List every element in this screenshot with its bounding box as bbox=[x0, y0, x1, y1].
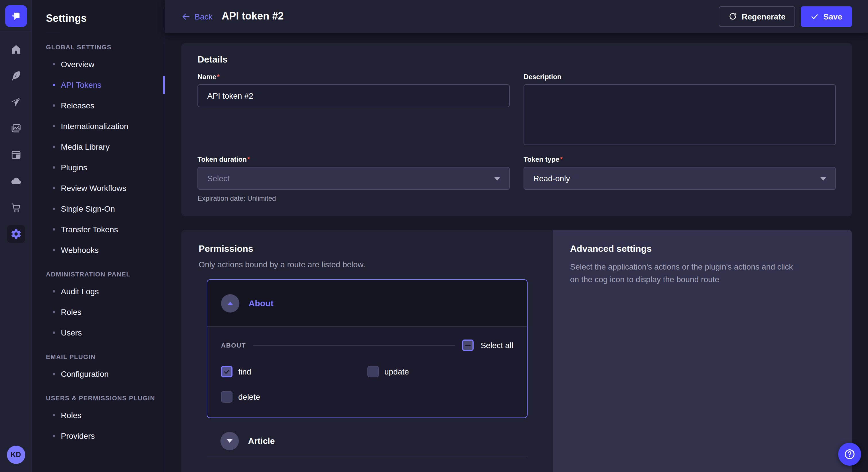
refresh-icon bbox=[728, 12, 737, 21]
paper-plane-icon bbox=[10, 96, 22, 108]
sidebar-item-internationalization[interactable]: Internationalization bbox=[32, 116, 165, 136]
description-label: Description bbox=[524, 73, 836, 81]
permissions-title: Permissions bbox=[198, 244, 536, 254]
feather-icon bbox=[10, 70, 22, 81]
find-checkbox[interactable] bbox=[221, 366, 232, 377]
update-checkbox[interactable] bbox=[367, 366, 379, 377]
content-type-builder-nav-button[interactable] bbox=[7, 146, 25, 164]
bullet-icon bbox=[53, 311, 55, 313]
name-field-group: Name* bbox=[197, 73, 510, 145]
expand-toggle-button[interactable] bbox=[220, 432, 239, 450]
about-accordion-title: About bbox=[249, 298, 274, 308]
token-type-field-group: Token type* Read-only bbox=[524, 156, 836, 202]
gear-icon bbox=[10, 228, 22, 240]
settings-nav-button[interactable] bbox=[7, 225, 25, 243]
bullet-icon bbox=[53, 290, 55, 293]
strapi-logo-icon bbox=[9, 9, 22, 22]
bullet-icon bbox=[53, 166, 55, 169]
about-group-label: ABOUT bbox=[221, 342, 246, 349]
sidebar-item-plugins[interactable]: Plugins bbox=[32, 157, 165, 178]
cloud-icon bbox=[10, 175, 22, 187]
layout-icon bbox=[10, 149, 22, 161]
advanced-settings-title: Advanced settings bbox=[570, 244, 835, 254]
strapi-logo[interactable] bbox=[5, 5, 27, 27]
token-duration-field-group: Token duration* Select Expiration date: … bbox=[197, 156, 510, 202]
indeterminate-dash-icon bbox=[465, 345, 471, 346]
about-accordion-header[interactable]: About bbox=[207, 280, 527, 327]
details-title: Details bbox=[197, 55, 836, 65]
sidebar-title: Settings bbox=[46, 12, 165, 25]
bullet-icon bbox=[53, 104, 55, 107]
sidebar-item-up-providers[interactable]: Providers bbox=[32, 426, 165, 446]
user-avatar[interactable]: KD bbox=[7, 446, 25, 464]
regenerate-button[interactable]: Regenerate bbox=[719, 6, 795, 27]
chevron-down-icon bbox=[494, 177, 500, 181]
permissions-subtitle: Only actions bound by a route are listed… bbox=[198, 260, 536, 269]
permission-action-delete: delete bbox=[221, 391, 367, 403]
sidebar-item-admin-users[interactable]: Users bbox=[32, 322, 165, 343]
collapse-toggle-button[interactable] bbox=[221, 294, 239, 312]
sidebar-item-admin-roles[interactable]: Roles bbox=[32, 302, 165, 322]
bullet-icon bbox=[53, 228, 55, 231]
sidebar-item-webhooks[interactable]: Webhooks bbox=[32, 240, 165, 260]
permissions-panel: Permissions Only actions bound by a rout… bbox=[181, 230, 553, 472]
token-duration-select[interactable]: Select bbox=[197, 167, 510, 190]
page-header: Back API token #2 Regenerate Save bbox=[165, 0, 868, 33]
sidebar-item-overview[interactable]: Overview bbox=[32, 54, 165, 74]
sidebar-item-transfer-tokens[interactable]: Transfer Tokens bbox=[32, 219, 165, 240]
marketplace-nav-button[interactable] bbox=[7, 198, 25, 217]
sidebar-item-review-workflows[interactable]: Review Workflows bbox=[32, 178, 165, 198]
sidebar-item-email-configuration[interactable]: Configuration bbox=[32, 364, 165, 384]
sidebar-item-audit-logs[interactable]: Audit Logs bbox=[32, 281, 165, 302]
sidebar-item-up-roles[interactable]: Roles bbox=[32, 405, 165, 426]
check-icon bbox=[811, 12, 819, 20]
permission-action-update: update bbox=[367, 366, 513, 377]
help-button[interactable] bbox=[838, 443, 861, 466]
shopping-cart-icon bbox=[10, 202, 22, 213]
home-icon bbox=[10, 43, 22, 55]
details-card: Details Name* Description Token duration… bbox=[181, 43, 852, 216]
bullet-icon bbox=[53, 125, 55, 127]
back-link[interactable]: Back bbox=[181, 12, 212, 21]
page-title: API token #2 bbox=[222, 10, 284, 22]
media-library-nav-button[interactable] bbox=[7, 119, 25, 138]
sidebar-item-api-tokens[interactable]: API Tokens bbox=[32, 74, 165, 95]
article-accordion-header[interactable]: Article bbox=[207, 425, 528, 457]
name-label: Name* bbox=[197, 73, 510, 81]
section-email-plugin: EMAIL PLUGIN bbox=[46, 353, 165, 360]
permissions-card: Permissions Only actions bound by a rout… bbox=[181, 230, 852, 472]
section-users-permissions-plugin: USERS & PERMISSIONS PLUGIN bbox=[46, 395, 165, 401]
required-asterisk: * bbox=[560, 156, 563, 164]
description-textarea[interactable] bbox=[524, 84, 836, 145]
main-nav-rail: KD bbox=[0, 0, 32, 472]
content-manager-nav-button[interactable] bbox=[7, 67, 25, 85]
home-nav-button[interactable] bbox=[7, 40, 25, 59]
deploy-nav-button[interactable] bbox=[7, 93, 25, 111]
delete-checkbox[interactable] bbox=[221, 391, 232, 403]
bullet-icon bbox=[53, 187, 55, 189]
main-area: Back API token #2 Regenerate Save bbox=[165, 0, 868, 472]
bullet-icon bbox=[53, 63, 55, 65]
chevron-down-icon bbox=[820, 177, 826, 181]
chevron-up-icon bbox=[227, 301, 233, 305]
chevron-down-icon bbox=[227, 439, 232, 442]
save-button[interactable]: Save bbox=[801, 6, 852, 27]
sidebar-item-media-library[interactable]: Media Library bbox=[32, 136, 165, 157]
cloud-nav-button[interactable] bbox=[7, 172, 25, 191]
sidebar-item-releases[interactable]: Releases bbox=[32, 95, 165, 116]
sidebar-item-single-sign-on[interactable]: Single Sign-On bbox=[32, 198, 165, 219]
page-content: Details Name* Description Token duration… bbox=[165, 33, 868, 472]
settings-sidebar: Settings GLOBAL SETTINGS Overview API To… bbox=[32, 0, 165, 472]
about-accordion-body: ABOUT Select all find bbox=[207, 327, 527, 417]
name-input[interactable] bbox=[197, 84, 510, 107]
images-icon bbox=[10, 123, 22, 134]
advanced-settings-panel: Advanced settings Select the application… bbox=[553, 230, 852, 472]
group-divider bbox=[253, 345, 455, 345]
strapi-admin-app: KD Settings GLOBAL SETTINGS Overview API… bbox=[0, 0, 868, 472]
select-all-checkbox[interactable] bbox=[462, 339, 474, 351]
token-type-select[interactable]: Read-only bbox=[524, 167, 836, 190]
about-accordion: About ABOUT Select all bbox=[207, 279, 528, 418]
required-asterisk: * bbox=[247, 156, 250, 164]
bullet-icon bbox=[53, 208, 55, 210]
description-field-group: Description bbox=[524, 73, 836, 145]
